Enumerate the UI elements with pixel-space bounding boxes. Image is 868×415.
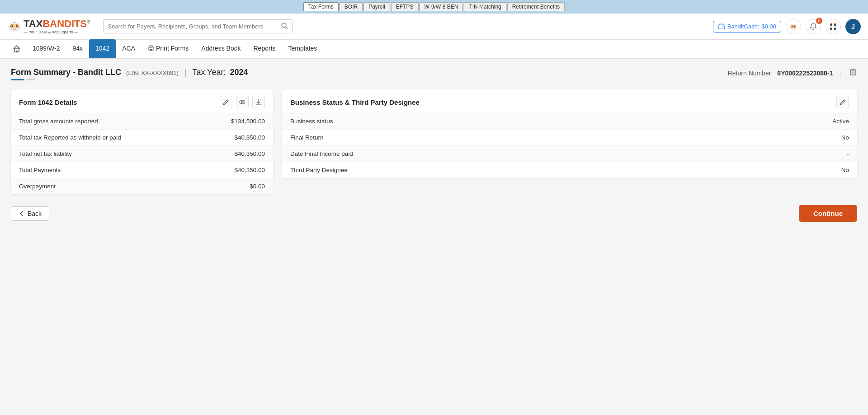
tab-retirement[interactable]: Retirement Benefits	[507, 2, 565, 11]
printer-icon	[148, 45, 154, 51]
view-form-details-button[interactable]	[236, 96, 249, 108]
svg-rect-15	[830, 23, 832, 26]
row-value: No	[688, 162, 857, 178]
owl-small-icon	[789, 23, 797, 30]
tab-eftps[interactable]: EFTPS	[391, 2, 419, 11]
svg-line-31	[227, 101, 228, 102]
arrow-left-icon	[19, 210, 25, 217]
page-header: Form Summary - Bandit LLC (EIN: XX-XXXX8…	[11, 68, 857, 80]
action-row: Back Continue	[11, 205, 857, 222]
svg-rect-22	[150, 46, 152, 47]
logo-subtitle: — Your 1099 & W2 Experts —	[24, 30, 90, 34]
row-value: $40,350.00	[195, 146, 273, 162]
nav-home[interactable]	[7, 41, 26, 56]
table-row: Final Return No	[282, 130, 857, 146]
download-form-details-button[interactable]	[252, 96, 265, 108]
main-content: Form Summary - Bandit LLC (EIN: XX-XXXX8…	[0, 59, 868, 415]
return-number-value: 6Y000222523088-1	[777, 70, 833, 77]
row-label: Overpayment	[11, 178, 195, 195]
svg-point-9	[722, 26, 723, 27]
search-bar[interactable]	[103, 19, 293, 33]
table-row: Overpayment $0.00	[11, 178, 273, 195]
row-label: Business status	[282, 113, 688, 130]
notification-badge: 0	[816, 18, 822, 24]
row-label: Date Final Income paid	[282, 146, 688, 162]
row-label: Third Party Designee	[282, 162, 688, 178]
bandit-cash-amount: $0.00	[761, 23, 776, 30]
bandit-cash-button[interactable]: BanditCash: $0.00	[713, 21, 781, 33]
table-row: Total gross amounts reported $134,500.00	[11, 113, 273, 130]
nav-1042[interactable]: 1042	[89, 39, 116, 58]
nav-reports[interactable]: Reports	[247, 39, 282, 58]
edit-form-details-button[interactable]	[220, 96, 232, 108]
table-row: Total tax Reported as withheld or paid $…	[11, 130, 273, 146]
row-value: Active	[688, 113, 857, 130]
row-label: Total gross amounts reported	[11, 113, 195, 130]
table-row: Total net tax liability $40,350.00	[11, 146, 273, 162]
svg-point-4	[16, 25, 18, 27]
logo-area[interactable]: TAXBANDITS® — Your 1099 & W2 Experts —	[7, 19, 90, 34]
owl-icon-button[interactable]	[786, 19, 801, 34]
svg-point-6	[282, 23, 286, 28]
bell-icon	[810, 23, 817, 30]
top-banner: Tax Forms BOIR Payroll EFTPS W-9/W-8 BEN…	[0, 0, 868, 14]
tab-payroll[interactable]: Payroll	[363, 2, 390, 11]
nav-1099-w2[interactable]: 1099/W-2	[26, 39, 66, 58]
header-actions: BanditCash: $0.00 0 J	[713, 19, 861, 34]
svg-point-32	[240, 100, 245, 104]
tab-boir[interactable]: BOIR	[340, 2, 363, 11]
table-row: Business status Active	[282, 113, 857, 130]
nav-aca[interactable]: ACA	[116, 39, 142, 58]
row-value: -	[688, 146, 857, 162]
wallet-icon	[718, 23, 725, 30]
nav-94x[interactable]: 94x	[66, 39, 89, 58]
svg-point-13	[792, 26, 793, 27]
page-title-area: Form Summary - Bandit LLC (EIN: XX-XXXX8…	[11, 68, 248, 80]
eye-icon	[239, 99, 245, 105]
business-status-card: Business Status & Third Party Designee B…	[282, 89, 857, 178]
user-avatar[interactable]: J	[845, 19, 861, 34]
nav-address-book[interactable]: Address Book	[195, 39, 247, 58]
table-row: Third Party Designee No	[282, 162, 857, 178]
grid-icon	[830, 23, 837, 30]
edit-business-status-button[interactable]	[836, 96, 849, 108]
continue-button[interactable]: Continue	[799, 205, 857, 222]
svg-point-33	[241, 101, 243, 103]
svg-line-7	[286, 27, 288, 29]
form-details-title: Form 1042 Details	[19, 98, 77, 106]
bandit-cash-label: BanditCash:	[727, 23, 760, 30]
business-status-card-header: Business Status & Third Party Designee	[282, 89, 857, 113]
business-status-title: Business Status & Third Party Designee	[290, 98, 420, 106]
svg-line-36	[844, 101, 844, 102]
nav-templates[interactable]: Templates	[282, 39, 324, 58]
form-details-card: Form 1042 Details Total gross a	[11, 89, 273, 194]
notification-button[interactable]: 0	[806, 19, 821, 34]
row-label: Final Return	[282, 130, 688, 146]
form-details-icons	[220, 96, 265, 108]
form-details-table: Total gross amounts reported $134,500.00…	[11, 113, 273, 194]
search-icon[interactable]	[281, 22, 288, 31]
svg-rect-18	[834, 28, 836, 30]
delete-return-button[interactable]	[849, 68, 857, 78]
edit-icon	[223, 99, 229, 105]
home-icon	[13, 45, 21, 53]
nav-bar: 1099/W-2 94x 1042 ACA Print Forms Addres…	[0, 40, 868, 59]
tab-w9w8ben[interactable]: W-9/W-8 BEN	[420, 2, 463, 11]
search-input[interactable]	[108, 23, 281, 30]
row-label: Total tax Reported as withheld or paid	[11, 130, 195, 146]
svg-rect-23	[150, 49, 152, 51]
back-button[interactable]: Back	[11, 206, 49, 221]
svg-rect-8	[718, 25, 725, 29]
row-value: $40,350.00	[195, 162, 273, 178]
download-icon	[255, 99, 262, 105]
tab-tin-matching[interactable]: TIN Matching	[464, 2, 506, 11]
apps-button[interactable]	[826, 19, 841, 34]
row-value: No	[688, 130, 857, 146]
row-value: $40,350.00	[195, 130, 273, 146]
tab-tax-forms[interactable]: Tax Forms	[303, 2, 339, 11]
nav-print-forms[interactable]: Print Forms	[142, 39, 195, 58]
row-label: Total Payments	[11, 162, 195, 178]
svg-rect-20	[16, 51, 18, 52]
svg-point-14	[794, 26, 795, 27]
edit-icon	[840, 99, 846, 105]
